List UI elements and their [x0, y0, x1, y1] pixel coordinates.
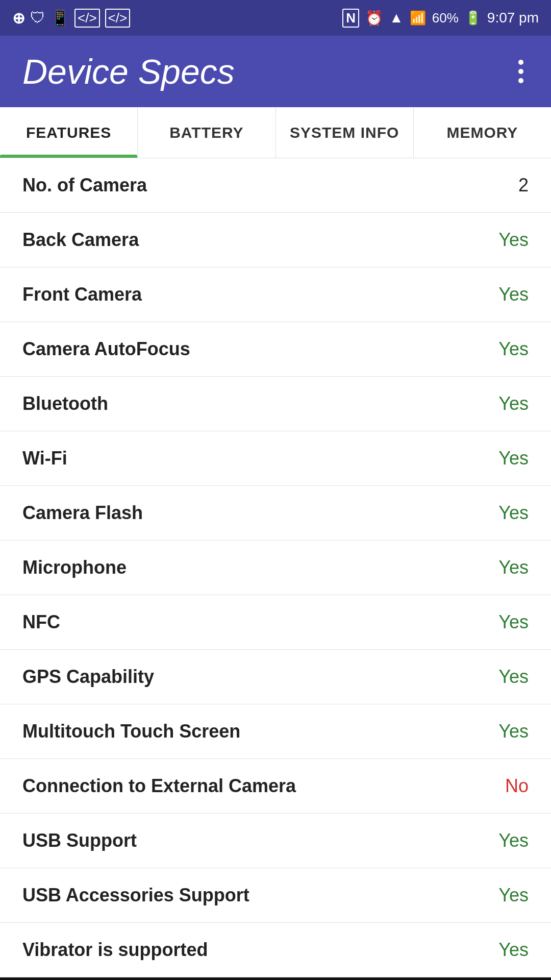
feature-value: Yes [498, 502, 529, 524]
add-icon: ⊕ [12, 9, 25, 27]
table-row: BluetoothYes [0, 377, 551, 431]
feature-label: USB Support [22, 830, 137, 851]
whatsapp-icon: 📱 [51, 9, 69, 27]
feature-value: Yes [498, 393, 529, 414]
status-bar: ⊕ 🛡 📱 </> </> N ⏰ ▲ 📶 60% 🔋 9:07 pm [0, 0, 551, 36]
feature-label: Back Camera [22, 229, 139, 251]
tab-battery-label: BATTERY [169, 124, 243, 141]
feature-value: Yes [498, 721, 529, 742]
feature-value: Yes [498, 666, 529, 688]
dot2 [518, 69, 523, 74]
feature-label: NFC [22, 611, 60, 633]
table-row: Front CameraYes [0, 267, 551, 322]
feature-value: Yes [498, 885, 529, 906]
tab-features[interactable]: FEATURES [0, 107, 138, 158]
signal-icon: 📶 [410, 10, 426, 26]
code2-icon: </> [105, 9, 131, 28]
feature-value: 2 [518, 175, 529, 196]
table-row: NFCYes [0, 595, 551, 650]
feature-label: USB Accessories Support [22, 885, 249, 906]
features-content: No. of Camera2Back CameraYesFront Camera… [0, 158, 551, 977]
tab-system-info[interactable]: SYSTEM INFO [276, 107, 414, 158]
feature-value: No [505, 775, 529, 797]
table-row: Wi-FiYes [0, 431, 551, 486]
table-row: No. of Camera2 [0, 158, 551, 213]
tab-battery[interactable]: BATTERY [138, 107, 276, 158]
nfc-icon: N [342, 9, 359, 28]
feature-value: Yes [498, 939, 529, 961]
feature-label: Front Camera [22, 284, 142, 305]
table-row: Vibrator is supportedYes [0, 923, 551, 977]
feature-label: Camera Flash [22, 502, 143, 524]
table-row: USB SupportYes [0, 814, 551, 868]
tab-system-info-label: SYSTEM INFO [290, 124, 399, 141]
feature-value: Yes [498, 557, 529, 578]
table-row: Back CameraYes [0, 213, 551, 267]
table-row: GPS CapabilityYes [0, 650, 551, 704]
table-row: Camera AutoFocusYes [0, 322, 551, 377]
feature-label: Connection to External Camera [22, 775, 296, 797]
battery-icon: 🔋 [465, 10, 481, 26]
table-row: Camera FlashYes [0, 486, 551, 541]
app-bar: Device Specs [0, 36, 551, 107]
dot1 [518, 60, 523, 65]
feature-value: Yes [498, 448, 529, 469]
feature-label: Multitouch Touch Screen [22, 721, 240, 742]
table-row: USB Accessories SupportYes [0, 868, 551, 923]
table-row: MicrophoneYes [0, 541, 551, 595]
feature-label: Bluetooth [22, 393, 108, 414]
battery-percentage: 60% [432, 10, 459, 26]
status-icons-right: N ⏰ ▲ 📶 60% 🔋 9:07 pm [342, 9, 539, 28]
code1-icon: </> [74, 9, 100, 28]
feature-label: Vibrator is supported [22, 939, 208, 961]
tab-memory-label: MEMORY [446, 124, 518, 141]
alarm-icon: ⏰ [365, 10, 383, 27]
feature-value: Yes [498, 338, 529, 360]
feature-label: Camera AutoFocus [22, 338, 190, 360]
app-title: Device Specs [22, 52, 235, 91]
shield-icon: 🛡 [30, 9, 45, 27]
table-row: Multitouch Touch ScreenYes [0, 704, 551, 759]
feature-label: GPS Capability [22, 666, 154, 688]
tab-memory[interactable]: MEMORY [414, 107, 551, 158]
overflow-menu-button[interactable] [513, 55, 529, 88]
nav-bar [0, 977, 551, 980]
feature-value: Yes [498, 284, 529, 305]
tab-active-indicator [0, 155, 137, 158]
wifi-icon: ▲ [389, 10, 404, 26]
status-icons-left: ⊕ 🛡 📱 </> </> [12, 9, 130, 28]
tab-features-label: FEATURES [26, 124, 111, 141]
feature-label: Wi-Fi [22, 448, 67, 469]
feature-value: Yes [498, 830, 529, 851]
dot3 [518, 78, 523, 83]
time: 9:07 pm [487, 10, 539, 26]
feature-value: Yes [498, 611, 529, 633]
table-row: Connection to External CameraNo [0, 759, 551, 814]
feature-value: Yes [498, 229, 529, 251]
feature-label: No. of Camera [22, 175, 147, 196]
feature-label: Microphone [22, 557, 127, 578]
tabs-container: FEATURES BATTERY SYSTEM INFO MEMORY [0, 107, 551, 158]
